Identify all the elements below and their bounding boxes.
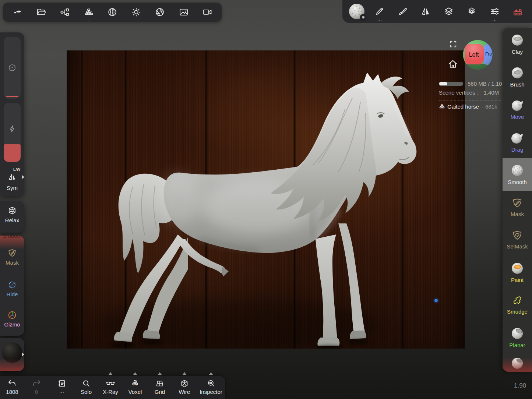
relax-web-icon [0, 205, 24, 216]
pencil-icon[interactable]: ... [371, 3, 388, 20]
memory-bar [439, 82, 463, 86]
brush-brush-icon [511, 66, 524, 80]
mask-label: Mask [0, 259, 24, 266]
camera-aperture-icon[interactable] [151, 4, 168, 21]
tool-drag-label: Drag [511, 146, 524, 153]
home-icon[interactable] [447, 59, 458, 70]
filters-sliders-icon[interactable]: ... [486, 3, 503, 20]
object-name: Gaited horse [447, 103, 479, 110]
clay-brush-icon [511, 33, 524, 47]
orb-left-face-label: Left [469, 52, 479, 58]
active-tool-preview[interactable] [348, 3, 365, 20]
material-expand-arrow[interactable] [22, 353, 24, 356]
voxel-remesh-icon[interactable]: ... [80, 4, 97, 21]
intensity-slider[interactable] [4, 103, 21, 162]
tool-move-label: Move [511, 114, 524, 120]
journal-button[interactable]: ... [50, 376, 74, 399]
folder-icon[interactable] [33, 4, 50, 21]
object-mesh-icon [439, 103, 445, 110]
tool-smudge[interactable]: Smudge [503, 289, 532, 321]
mask-tool[interactable]: Mask [0, 248, 24, 266]
paintbrush-icon[interactable] [394, 3, 411, 20]
journal-icon [50, 379, 74, 388]
voxel-caret-icon[interactable] [133, 372, 137, 375]
paint-brush-icon [511, 262, 524, 275]
tool-smooth[interactable]: Smooth [503, 158, 532, 191]
grid-caret-icon[interactable] [158, 372, 162, 375]
undo-button[interactable]: 1808 [0, 376, 24, 399]
wire-button[interactable]: Wire [173, 376, 196, 399]
toolbox-icon[interactable] [509, 3, 526, 20]
solo-magnifier-icon [74, 379, 98, 388]
tool-clay[interactable]: Clay [503, 28, 532, 61]
redo-count: 0 [25, 389, 48, 395]
lighting-sun-icon[interactable] [128, 4, 145, 21]
material-preview-panel[interactable] [0, 338, 24, 371]
symmetry-expand-arrow[interactable] [22, 175, 24, 179]
navigation-orb[interactable]: Left Fro [462, 39, 493, 70]
app-logo-icon[interactable] [9, 4, 26, 21]
voxel-more-dots: ... [80, 18, 97, 22]
app-window: ... [0, 0, 532, 399]
tool-move[interactable]: Move [503, 93, 532, 126]
memory-text: 560 MB / 1.10 GB [468, 81, 503, 87]
object-row[interactable]: Gaited horse · 681k [439, 103, 503, 110]
gizmo-tool[interactable]: Gizmo [0, 310, 24, 328]
inspector-caret-icon[interactable] [209, 372, 213, 375]
mirror-symmetry-icon[interactable] [417, 3, 434, 20]
tool-planar[interactable]: Planar [503, 321, 532, 354]
wireframe-icon [173, 379, 196, 388]
tool-settings-gear-icon[interactable] [360, 14, 367, 21]
intensity-fill [4, 144, 21, 162]
video-camera-icon[interactable] [199, 4, 216, 21]
tool-paint[interactable]: Paint [503, 256, 532, 289]
symmetry-label: Sym [0, 185, 24, 191]
wire-caret-icon[interactable] [183, 372, 186, 375]
settings-gear-icon[interactable] [463, 3, 480, 20]
material-sphere [2, 342, 22, 363]
canvas-3d-viewport[interactable] [67, 50, 465, 349]
fullscreen-icon[interactable] [449, 40, 457, 48]
radius-value-indicator [6, 96, 18, 97]
relax-label: Relax [0, 217, 24, 223]
inspector-button[interactable]: Inspector [197, 376, 225, 399]
tool-brush-label: Brush [510, 81, 524, 88]
scene-graph-icon[interactable] [56, 4, 73, 21]
bottom-toolbar: 1808 0 ... Solo X-Ray [0, 376, 225, 399]
xray-caret-icon[interactable] [109, 372, 112, 375]
matcap-sphere-icon[interactable] [104, 4, 121, 21]
voxel-button[interactable]: Voxel [123, 376, 147, 399]
top-left-toolbar: ... [3, 3, 222, 22]
planar-brush-icon [511, 327, 524, 340]
tool-selmask-label: SelMask [507, 243, 528, 250]
radius-circle-icon [7, 63, 17, 73]
smudge-icon [511, 295, 523, 307]
redo-button[interactable]: 0 [25, 376, 48, 399]
radius-slider[interactable] [4, 37, 21, 99]
left-tools-panel: Smooth Mask Hide Gizmo [0, 236, 24, 336]
tool-paint-label: Paint [511, 277, 524, 283]
tool-mask[interactable]: Mask [503, 191, 532, 224]
layers-icon[interactable] [440, 3, 457, 20]
grid-button[interactable]: Grid [148, 376, 172, 399]
tool-flatten-partial[interactable] [503, 354, 532, 372]
symmetry-toggle[interactable]: L/W Sym [0, 164, 24, 194]
scene-vertices-row: Scene vertices：1.40M [439, 89, 503, 96]
flatten-brush-icon [511, 356, 524, 369]
clipped-smooth-tab: Smooth [0, 236, 24, 250]
intensity-lightning-icon [8, 124, 17, 133]
image-icon[interactable] [175, 4, 192, 21]
hide-tool[interactable]: Hide [0, 280, 24, 297]
pencil-more-dots: ... [371, 17, 388, 21]
tool-selmask[interactable]: SelMask [503, 223, 532, 256]
tool-drag[interactable]: Drag [503, 126, 532, 159]
smooth-brush-icon [511, 164, 524, 177]
tool-brush[interactable]: Brush [503, 61, 532, 93]
cursor-stroke-dot [434, 299, 438, 302]
relax-tool-panel[interactable]: Relax [0, 201, 24, 233]
left-brush-controls-panel: L/W Sym [0, 32, 24, 196]
xray-button[interactable]: X-Ray [99, 376, 122, 399]
solo-button[interactable]: Solo [74, 376, 98, 399]
tool-smudge-label: Smudge [507, 308, 528, 315]
drag-brush-icon [511, 131, 524, 145]
